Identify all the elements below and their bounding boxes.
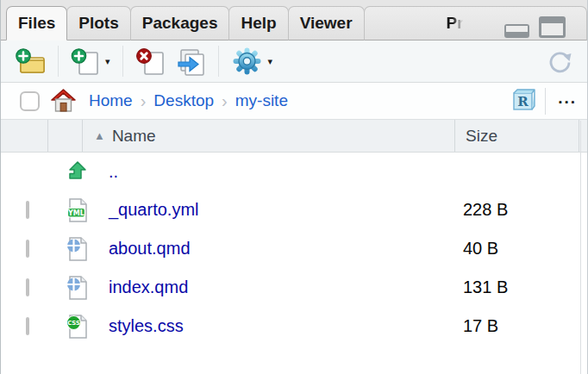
file-link[interactable]: about.qmd <box>91 239 191 258</box>
table-row-styles-css: CSS styles.css 17 B <box>1 307 587 346</box>
size-column-label: Size <box>466 127 497 146</box>
home-icon <box>49 88 78 115</box>
folder-plus-icon <box>15 47 46 75</box>
files-toolbar: ▾ <box>1 41 587 83</box>
table-row-about-qmd: about.qmd 40 B <box>1 229 587 268</box>
maximize-icon[interactable] <box>538 16 566 39</box>
file-size: 228 B <box>454 200 579 220</box>
breadcrumb-bar: Home › Desktop › my-site R ... <box>1 83 587 120</box>
tab-packages[interactable]: Packages <box>130 6 230 41</box>
gear-icon <box>231 46 263 77</box>
file-table-header: ▲ Name Size <box>1 120 587 153</box>
header-size-column[interactable]: Size <box>454 120 579 152</box>
breadcrumb-desktop[interactable]: Desktop <box>153 91 214 110</box>
size-column-divider <box>580 121 581 374</box>
r-project-icon: R <box>510 88 536 114</box>
up-directory-icon <box>66 160 89 183</box>
refresh-button[interactable] <box>541 48 579 75</box>
breadcrumb-home[interactable]: Home <box>89 91 133 110</box>
delete-button[interactable] <box>130 47 170 76</box>
file-size: 40 B <box>454 239 579 259</box>
tab-help[interactable]: Help <box>228 6 288 41</box>
svg-text:CSS: CSS <box>67 320 80 327</box>
copy-button[interactable] <box>170 47 211 76</box>
file-link[interactable]: index.qmd <box>91 277 188 296</box>
table-row-quarto-yml: YML _quarto.yml 228 B <box>1 190 587 229</box>
file-size: 131 B <box>454 277 579 297</box>
file-checkbox[interactable] <box>26 317 29 335</box>
table-row-parent-dir: .. <box>1 153 587 190</box>
new-folder-button[interactable] <box>9 47 51 75</box>
chevron-down-icon: ▾ <box>268 56 273 67</box>
css-file-icon: CSS <box>66 314 89 340</box>
sort-ascending-icon: ▲ <box>94 129 105 142</box>
file-list: .. YML _quarto.yml 228 B <box>1 153 587 346</box>
more-columns-button[interactable]: ... <box>551 89 587 113</box>
quarto-file-icon <box>66 275 89 301</box>
file-checkbox[interactable] <box>26 240 29 258</box>
refresh-icon <box>547 48 573 75</box>
more-button[interactable]: ▾ <box>226 46 278 77</box>
file-checkbox[interactable] <box>26 201 29 219</box>
file-plus-icon <box>71 47 100 76</box>
tab-files[interactable]: Files <box>6 6 67 41</box>
tab-viewer[interactable]: Viewer <box>288 6 365 41</box>
toolbar-separator <box>122 46 123 77</box>
file-arrow-icon <box>175 47 206 76</box>
yml-file-icon: YML <box>66 197 89 223</box>
window-controls <box>504 16 566 39</box>
file-checkbox[interactable] <box>26 278 29 296</box>
parent-dir-link[interactable]: .. <box>91 162 118 181</box>
file-link[interactable]: styles.css <box>91 316 184 335</box>
header-icon-column <box>47 120 82 152</box>
file-link[interactable]: _quarto.yml <box>91 200 199 219</box>
files-pane: Files Plots Packages Help Viewer Pr <box>0 0 588 374</box>
table-row-index-qmd: index.qmd 131 B <box>1 268 587 307</box>
breadcrumb-my-site[interactable]: my-site <box>235 91 288 110</box>
header-checkbox-column <box>1 120 47 152</box>
svg-text:R: R <box>517 94 529 109</box>
header-name-column[interactable]: ▲ Name <box>82 120 454 152</box>
quarto-file-icon <box>66 236 89 262</box>
chevron-down-icon: ▾ <box>105 56 110 67</box>
file-size: 17 B <box>454 316 579 336</box>
new-blank-file-button[interactable]: ▾ <box>66 47 116 76</box>
pane-tab-bar: Files Plots Packages Help Viewer Pr <box>1 0 587 41</box>
toolbar-separator <box>58 46 59 77</box>
tab-plots[interactable]: Plots <box>66 6 130 41</box>
toolbar-separator <box>218 46 219 77</box>
breadcrumb-separator-icon: › <box>141 91 147 111</box>
svg-text:YML: YML <box>67 209 84 216</box>
minimize-icon[interactable] <box>504 20 530 39</box>
select-all-checkbox[interactable] <box>20 91 40 111</box>
breadcrumb-separator-icon: › <box>222 91 228 111</box>
file-delete-icon <box>135 47 165 76</box>
name-column-label: Name <box>112 127 156 146</box>
breadcrumb-divider <box>545 88 546 115</box>
